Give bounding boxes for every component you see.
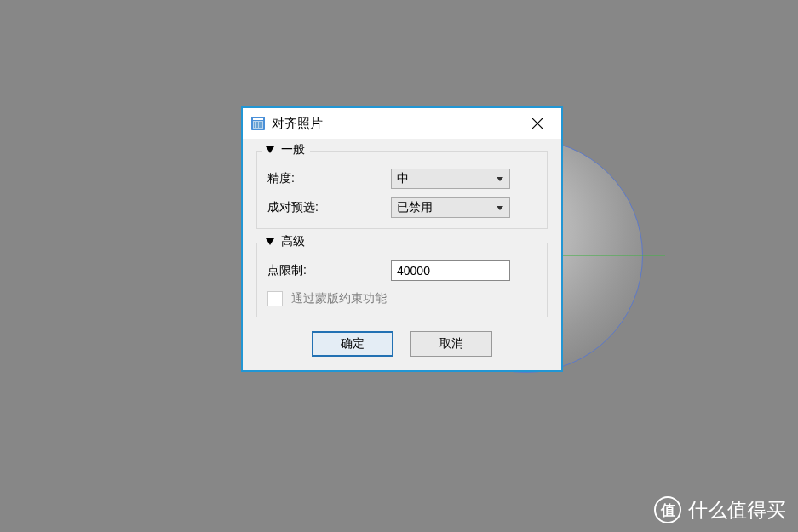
group-general: 一般 精度: 中 成对预选: 已禁用 <box>256 151 548 229</box>
chevron-down-icon <box>497 206 503 210</box>
svg-rect-6 <box>261 122 262 128</box>
svg-rect-3 <box>254 122 255 128</box>
mask-constraint-checkbox[interactable] <box>267 291 283 306</box>
pointlimit-input[interactable] <box>391 260 510 281</box>
group-advanced-header[interactable]: 高级 <box>262 234 310 249</box>
app-icon <box>251 117 265 130</box>
ok-button[interactable]: 确定 <box>312 331 393 357</box>
dialog-body: 一般 精度: 中 成对预选: 已禁用 高级 <box>243 139 561 370</box>
svg-rect-4 <box>256 122 258 128</box>
row-mask-constraint: 通过蒙版约束功能 <box>267 291 537 306</box>
group-advanced-title: 高级 <box>281 234 305 249</box>
row-accuracy: 精度: 中 <box>267 169 537 189</box>
pair-label: 成对预选: <box>267 200 391 215</box>
triangle-down-icon <box>266 238 274 245</box>
pair-dropdown[interactable]: 已禁用 <box>391 197 510 218</box>
accuracy-dropdown[interactable]: 中 <box>391 169 510 189</box>
watermark: 值 什么值得买 <box>654 496 786 523</box>
cancel-button[interactable]: 取消 <box>410 331 492 357</box>
mask-constraint-label: 通过蒙版约束功能 <box>291 291 387 306</box>
row-pair-preselection: 成对预选: 已禁用 <box>267 197 537 218</box>
button-row: 确定 取消 <box>256 331 548 357</box>
chevron-down-icon <box>497 177 503 181</box>
row-point-limit: 点限制: <box>267 260 537 281</box>
group-advanced: 高级 点限制: 通过蒙版约束功能 <box>256 243 548 317</box>
group-general-title: 一般 <box>281 142 305 157</box>
svg-rect-5 <box>259 122 261 128</box>
title-bar: 对齐照片 <box>243 108 561 139</box>
accuracy-label: 精度: <box>267 171 391 186</box>
watermark-text: 什么值得买 <box>688 497 786 523</box>
pointlimit-label: 点限制: <box>267 263 391 278</box>
accuracy-value: 中 <box>397 171 409 186</box>
close-button[interactable] <box>520 111 554 136</box>
close-icon <box>532 118 543 129</box>
watermark-badge: 值 <box>654 496 681 523</box>
group-general-header[interactable]: 一般 <box>262 142 310 157</box>
dialog-title: 对齐照片 <box>272 116 323 132</box>
triangle-down-icon <box>266 146 274 153</box>
svg-rect-1 <box>253 118 263 120</box>
align-photos-dialog: 对齐照片 一般 精度: 中 成对预选: <box>241 106 563 372</box>
pair-value: 已禁用 <box>397 200 433 215</box>
axis-line <box>554 255 665 256</box>
